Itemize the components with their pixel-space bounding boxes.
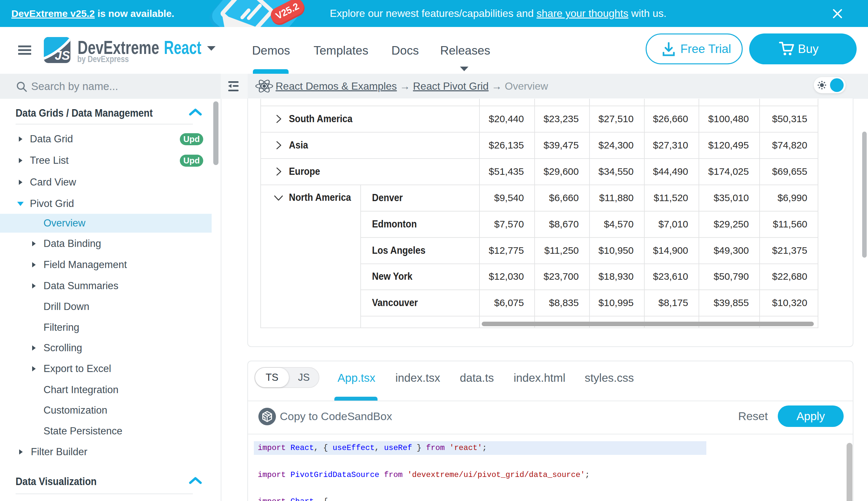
svg-text:JS: JS <box>55 49 70 62</box>
